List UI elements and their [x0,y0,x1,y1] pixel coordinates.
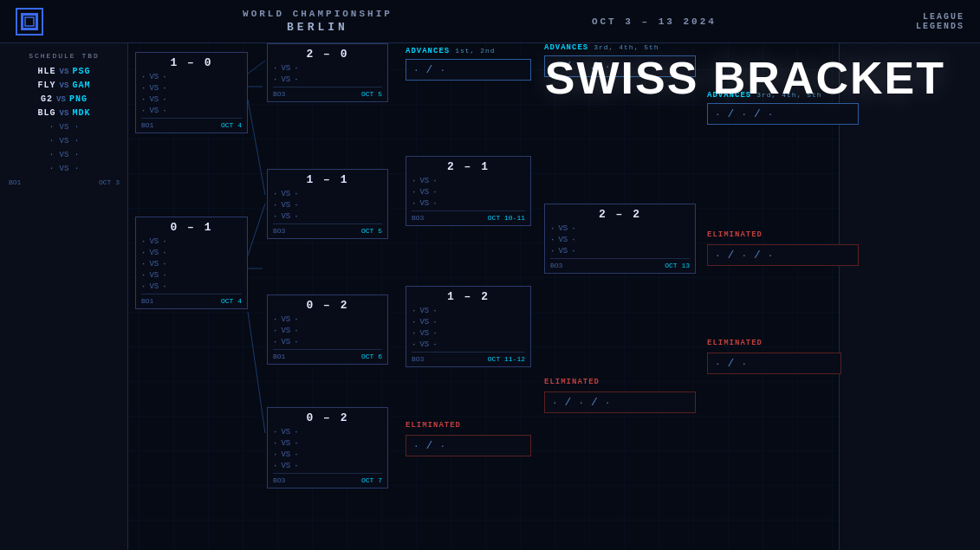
schedule-date: OCT 3 [99,178,120,186]
svg-line-7 [248,312,265,433]
r2-02b-footer: BO3 OCT 7 [273,473,382,484]
r4-22-row3: ·VS· [550,247,690,256]
r1w-row1: ·VS· [141,73,242,81]
r2-11-footer: BO3 OCT 5 [273,223,382,235]
r2-00-score: 0 – 2 [273,299,382,312]
r3-elim-result: · / · [406,435,531,456]
r3-12-score: 1 – 2 [412,290,525,303]
r5-advances-result: · / · / · [707,103,859,125]
match-row-2: FLY VS GAM [7,81,121,90]
r3-21-format: BO3 [412,214,424,222]
r5-elim2-section: ELIMINATED · / · [707,333,841,374]
vs-3: VS [56,95,66,104]
r3-advances-result: · / · [406,59,531,81]
r3-advances-section: ADVANCES 1st, 2nd · / · [406,47,531,81]
r2-00-footer: BO1 OCT 6 [273,349,382,360]
r2-20-row2: ·VS· [273,75,382,84]
round2-02b-box: 0 – 2 ·VS· ·VS· ·VS· ·VS· BO3 OCT 7 [267,407,388,489]
r1l-row2: ·VS· [141,249,242,257]
lol-line1: LEAGUE [923,12,964,22]
team-mdk: MDK [72,108,90,118]
r1l-row4: ·VS· [141,271,242,280]
header-center: WORLD CHAMPIONSHIP BERLIN [243,9,393,34]
r4-22-date: OCT 13 [665,262,690,269]
svg-line-6 [248,204,265,256]
team-hle: HLE [38,67,56,76]
r1w-row4: ·VS· [141,107,242,115]
r3-12-row2: ·VS· [412,318,525,327]
match-row-3: G2 VS PNG [7,94,121,104]
r2-11-row3: ·VS· [273,212,382,221]
r3-21-row3: ·VS· [412,199,525,208]
r2-20-score: 2 – 0 [273,48,382,61]
vs-2: VS [60,81,69,90]
r1w-date: OCT 4 [221,121,242,129]
r3-12-row3: ·VS· [412,329,525,338]
r4-advances-label: ADVANCES [544,43,588,52]
round2-11-box: 1 – 1 ·VS· ·VS· ·VS· BO3 OCT 5 [267,169,388,239]
header-title: WORLD CHAMPIONSHIP [243,9,393,19]
bracket-area: SWISS BRACKET 1 – 0 ·VS· ·VS· ·VS· ·VS· … [128,43,980,550]
r5-elim1-result: · / · / · [707,244,859,266]
match-row-4: BLG VS MDK [7,108,121,118]
r2-02b-score: 0 – 2 [273,411,382,424]
r2-00-format: BO1 [273,353,285,360]
r2-02b-row1: ·VS· [273,428,382,437]
r2-02b-format: BO3 [273,476,285,484]
r2-00-row3: ·VS· [273,338,382,346]
r2-02b-row4: ·VS· [273,462,382,470]
r1l-row5: ·VS· [141,282,242,291]
r1l-row1: ·VS· [141,237,242,246]
r2-02b-row2: ·VS· [273,439,382,448]
vs-1: VS [60,68,69,76]
r4-22-format: BO3 [550,262,562,269]
svg-line-5 [248,100,265,195]
r2-11-format: BO3 [273,227,285,235]
r3-12-row1: ·VS· [412,307,525,315]
r2-20-format: BO3 [273,90,285,98]
team-png: PNG [69,94,88,104]
r1l-format: BO1 [141,297,153,305]
dot-row-2: · VS · [7,136,121,146]
r1w-row3: ·VS· [141,95,242,104]
r2-11-score: 1 – 1 [273,173,382,186]
r4-22-row2: ·VS· [550,236,690,244]
r5-elim1-label: ELIMINATED [707,230,763,239]
r2-02b-date: OCT 7 [361,476,382,484]
r3-12-row4: ·VS· [412,340,525,349]
r2-20-row1: ·VS· [273,64,382,73]
r3-21-row2: ·VS· [412,188,525,197]
bracket-title: SWISS BRACKET [545,52,945,104]
lol-line2: LEGENDS [916,22,964,31]
r4-22-footer: BO3 OCT 13 [550,258,690,269]
r3-21-score: 2 – 1 [412,160,525,173]
team-gam: GAM [72,81,90,90]
r1w-footer: BO1 OCT 4 [141,118,242,129]
svg-line-4 [248,61,265,74]
dot-row-1: · VS · [7,122,121,132]
r3-12-format: BO3 [412,355,424,363]
round3-12-box: 1 – 2 ·VS· ·VS· ·VS· ·VS· BO3 OCT 11-12 [406,286,531,367]
r3-advances-sub: 1st, 2nd [455,47,495,55]
team-fly: FLY [38,81,56,90]
r2-00-row1: ·VS· [273,315,382,324]
r2-00-date: OCT 6 [361,353,382,360]
r4-advances-sub: 3rd, 4th, 5th [594,43,659,51]
r1-loss-score: 0 – 1 [141,221,242,234]
r3-advances-label: ADVANCES [406,47,450,55]
svg-rect-0 [22,14,37,29]
r3-21-date: OCT 10-11 [488,214,525,222]
lol-logo: LEAGUE LEGENDS [916,12,964,31]
r4-elim-section: ELIMINATED · / · / · [544,372,696,413]
header-date: OCT 3 – 13 2024 [592,16,717,27]
app-logo [16,8,43,36]
r3-12-footer: BO3 OCT 11-12 [412,352,525,363]
r4-22-row1: ·VS· [550,224,690,233]
r4-22-score: 2 – 2 [550,208,690,221]
r2-20-date: OCT 5 [361,90,382,98]
svg-rect-1 [25,17,34,26]
r2-11-date: OCT 5 [361,227,382,235]
r1w-row2: ·VS· [141,84,242,93]
r4-elim-result: · / · / · [544,391,696,413]
r3-elim-label: ELIMINATED [406,421,461,430]
